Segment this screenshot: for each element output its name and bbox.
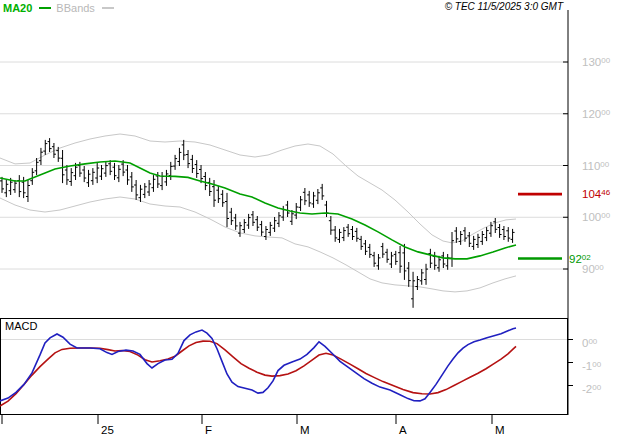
ohlc-bar [4, 180, 8, 197]
ma20-line [0, 161, 516, 259]
ohlc-bar [355, 228, 359, 242]
legend: MA20 BBands [3, 2, 114, 14]
ohlc-bar [182, 140, 186, 160]
ohlc-bar [472, 236, 476, 250]
ohlc-bar [82, 166, 86, 182]
ohlc-bar [299, 196, 303, 211]
ohlc-bar [411, 272, 415, 308]
price-axis-label: 13000 [582, 56, 611, 68]
ohlc-bar [303, 188, 307, 205]
ohlc-bar [17, 175, 21, 197]
ohlc-bar [424, 264, 428, 285]
date-axis-label: 25 [101, 424, 114, 436]
ohlc-bar [160, 172, 164, 190]
ohlc-bar [177, 148, 181, 166]
ohlc-bar [273, 217, 277, 232]
price-axis-label: 12000 [582, 108, 611, 120]
ohlc-bar [229, 208, 233, 225]
ohlc-bar [108, 160, 112, 175]
ohlc-bar [389, 252, 393, 268]
ohlc-bar [394, 251, 398, 265]
ohlc-bar [320, 184, 324, 200]
ohlc-bar [467, 232, 471, 247]
ohlc-bar [402, 244, 406, 280]
ohlc-bar [294, 203, 298, 219]
ohlc-bar [502, 226, 506, 240]
ohlc-bar [385, 249, 389, 263]
ohlc-bar [372, 252, 376, 267]
price-axis-label: 10000 [582, 211, 611, 223]
ohlc-bar [316, 189, 320, 204]
ohlc-bar [450, 232, 454, 267]
date-axis-label: M [300, 424, 310, 436]
ohlc-bar [255, 216, 259, 231]
macd-main-line [0, 328, 516, 401]
ohlc-bar [100, 165, 104, 180]
ohlc-bar [130, 172, 134, 192]
ohlc-bar [506, 227, 510, 242]
ohlc-bar [195, 160, 199, 178]
ohlc-bar [476, 234, 480, 248]
ohlc-bar [446, 254, 450, 270]
ohlc-bar [415, 276, 419, 290]
ohlc-bar [433, 252, 437, 270]
ohlc-bar [87, 170, 91, 187]
ohlc-bar [143, 183, 147, 198]
date-axis-label: M [495, 424, 505, 436]
ohlc-bar [26, 180, 30, 202]
ohlc-bar [381, 243, 385, 258]
ohlc-bar [147, 180, 151, 196]
ohlc-bar [238, 222, 242, 237]
ohlc-bar [117, 165, 121, 182]
price-axis-label: 11000 [582, 160, 610, 172]
ohlc-bar [208, 178, 212, 196]
date-axis-label: F [205, 424, 212, 436]
ohlc-bar [307, 191, 311, 207]
resistance-level-label: 10446 [582, 188, 611, 200]
ohlc-bar [511, 229, 515, 243]
ohlc-bar [216, 186, 220, 203]
ohlc-bar [359, 236, 363, 250]
ohlc-bar [91, 168, 95, 185]
ohlc-bar [69, 168, 73, 186]
bbands-legend-label: BBands [56, 2, 95, 14]
ohlc-bar [48, 138, 52, 152]
macd-axis-label: -200 [582, 383, 602, 395]
ohlc-bar [13, 180, 17, 193]
ohlc-bar [134, 180, 138, 200]
bbands-line-swatch-icon [102, 7, 114, 9]
ohlc-bar [104, 162, 108, 177]
ohlc-bar [346, 224, 350, 237]
ohlc-bar [190, 155, 194, 173]
ohlc-bar [407, 262, 411, 287]
macd-signal-line [0, 341, 516, 406]
ohlc-bar [151, 175, 155, 192]
ohlc-bar [125, 165, 129, 185]
macd-panel-label: MACD [5, 320, 37, 332]
ohlc-bar [65, 165, 69, 185]
ohlc-bar [428, 249, 432, 268]
ohlc-bar [286, 201, 290, 217]
chart-canvas: 130001200011000100009000104469202000-100… [0, 0, 627, 440]
ohlc-bar [169, 162, 173, 180]
ohlc-bar [242, 219, 246, 233]
ohlc-bar [441, 252, 445, 268]
macd-axis-label: -100 [582, 360, 602, 372]
ohlc-bar [268, 222, 272, 236]
price-axis-label: 9000 [582, 263, 604, 275]
ohlc-bar [338, 229, 342, 243]
macd-panel-frame [1, 319, 568, 415]
ohlc-bar [376, 254, 380, 270]
bollinger-lower-band-line [0, 197, 516, 292]
chart-window: 130001200011000100009000104469202000-100… [0, 0, 627, 440]
copyright-text: © TEC 11/5/2025 3:0 GMT [445, 1, 563, 12]
ohlc-bar [22, 177, 26, 198]
ohlc-bar [493, 218, 497, 233]
ohlc-bar [260, 221, 264, 236]
ohlc-bar [30, 168, 34, 185]
ohlc-bar [368, 244, 372, 258]
ohlc-bar [43, 140, 47, 155]
ohlc-bar [459, 231, 463, 245]
ohlc-bar [420, 269, 424, 285]
ohlc-bar [350, 226, 354, 240]
